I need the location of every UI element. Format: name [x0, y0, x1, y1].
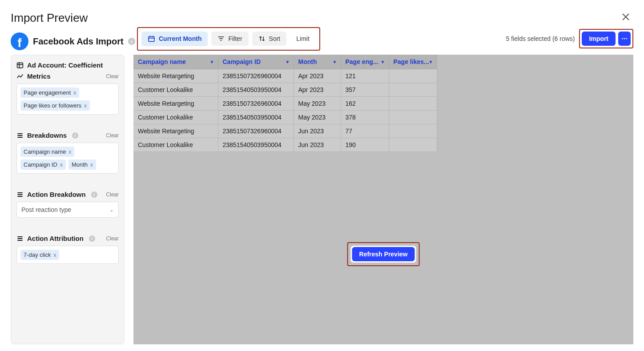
chip-remove-icon[interactable]: x — [68, 149, 71, 155]
table-cell: Website Retargeting — [133, 124, 218, 138]
refresh-highlight: Refresh Preview — [347, 242, 420, 266]
table-cell: 23851507326960004 — [218, 124, 294, 138]
filter-chip[interactable]: Campaign IDx — [20, 160, 66, 170]
chip-remove-icon[interactable]: x — [84, 103, 87, 109]
calendar-icon — [148, 35, 155, 43]
filter-chip[interactable]: Page likes or followersx — [20, 100, 90, 111]
chip-label: Page likes or followers — [24, 102, 81, 109]
svg-point-11 — [626, 38, 627, 40]
action-breakdown-select[interactable]: Post reaction type ⌄ — [16, 202, 119, 218]
chip-remove-icon[interactable]: x — [90, 162, 93, 168]
ellipsis-icon — [622, 38, 627, 40]
table-cell — [389, 83, 437, 97]
svg-point-9 — [622, 38, 623, 40]
table-cell: 23851540503950004 — [218, 83, 294, 97]
import-button[interactable]: Import — [582, 32, 616, 46]
table-row[interactable]: Website Retargeting23851507326960004Apr … — [133, 69, 437, 83]
table-cell: Jun 2023 — [294, 124, 341, 138]
chip-label: Month — [72, 161, 88, 168]
close-icon — [622, 13, 630, 21]
table-cell — [389, 97, 437, 111]
sort-button[interactable]: Sort — [252, 32, 287, 46]
column-menu-icon[interactable]: ▼ — [286, 60, 290, 64]
table-cell: Customer Lookalike — [133, 83, 218, 97]
chip-label: 7-day click — [24, 251, 51, 258]
action-attribution-label: Action Attribution — [27, 235, 84, 242]
metrics-label: Metrics — [27, 72, 51, 80]
table-cell: 23851507326960004 — [218, 97, 294, 111]
column-header[interactable]: Page eng...▼ — [341, 55, 389, 69]
column-menu-icon[interactable]: ▼ — [333, 60, 337, 64]
table-cell: Customer Lookalike — [133, 138, 218, 152]
table-row[interactable]: Customer Lookalike23851540503950004Jun 2… — [133, 138, 437, 152]
table-cell: 121 — [341, 69, 389, 83]
action-breakdown-label: Action Breakdown — [27, 191, 86, 198]
breakdowns-chipbox[interactable]: Campaign namexCampaign IDxMonthx — [16, 143, 119, 174]
chip-remove-icon[interactable]: x — [73, 90, 76, 96]
facebook-logo: f — [11, 32, 28, 50]
table-cell — [389, 124, 437, 138]
import-button-group: Import — [579, 29, 633, 48]
filter-chip[interactable]: Campaign namex — [20, 147, 74, 157]
breakdowns-clear[interactable]: Clear — [106, 132, 119, 139]
table-row[interactable]: Customer Lookalike23851540503950004May 2… — [133, 111, 437, 124]
import-more-button[interactable] — [618, 32, 631, 46]
breakdowns-icon — [16, 132, 24, 139]
chip-label: Page engagement — [24, 89, 71, 96]
preview-table: Campaign name▼Campaign ID▼Month▼Page eng… — [133, 55, 437, 152]
action-breakdown-clear[interactable]: Clear — [106, 191, 119, 198]
table-cell: May 2023 — [294, 97, 341, 111]
refresh-preview-button[interactable]: Refresh Preview — [352, 247, 415, 261]
table-cell: 190 — [341, 138, 389, 152]
info-icon[interactable]: i — [72, 132, 78, 139]
svg-point-10 — [624, 38, 625, 40]
column-header[interactable]: Campaign name▼ — [133, 55, 218, 69]
table-row[interactable]: Customer Lookalike23851540503950004Apr 2… — [133, 83, 437, 97]
metrics-chipbox[interactable]: Page engagementxPage likes or followersx — [16, 84, 119, 115]
column-header[interactable]: Month▼ — [294, 55, 341, 69]
filter-chip[interactable]: Page engagementx — [20, 88, 79, 98]
table-cell: Apr 2023 — [294, 69, 341, 83]
limit-button[interactable]: Limit — [290, 32, 316, 46]
action-attribution-icon — [16, 235, 24, 242]
date-range-button[interactable]: Current Month — [141, 32, 208, 46]
table-cell: Website Retargeting — [133, 97, 218, 111]
filter-button[interactable]: Filter — [211, 32, 248, 46]
table-cell: 378 — [341, 111, 389, 124]
column-menu-icon[interactable]: ▼ — [210, 60, 214, 64]
sort-icon — [258, 35, 266, 42]
metrics-icon — [16, 73, 24, 80]
config-sidebar: Ad Account: Coefficient Metrics Clear Pa… — [11, 55, 125, 344]
preview-table-area: Campaign name▼Campaign ID▼Month▼Page eng… — [133, 55, 633, 344]
column-menu-icon[interactable]: ▼ — [381, 60, 385, 64]
table-cell: 77 — [341, 124, 389, 138]
chip-remove-icon[interactable]: x — [60, 162, 63, 168]
table-row[interactable]: Website Retargeting23851507326960004Jun … — [133, 124, 437, 138]
table-cell: Website Retargeting — [133, 69, 218, 83]
breakdowns-label: Breakdowns — [27, 132, 67, 139]
action-attribution-chipbox[interactable]: 7-day clickx — [16, 246, 119, 264]
import-source-title: Facebook Ads Import — [33, 36, 124, 47]
chip-label: Campaign name — [24, 148, 66, 155]
filter-chip[interactable]: 7-day clickx — [20, 250, 59, 260]
table-cell: 23851540503950004 — [218, 138, 294, 152]
close-button[interactable] — [620, 10, 632, 25]
table-cell: 357 — [341, 83, 389, 97]
chip-remove-icon[interactable]: x — [53, 252, 56, 258]
column-header[interactable]: Page likes...▼ — [389, 55, 437, 69]
table-row[interactable]: Website Retargeting23851507326960004May … — [133, 97, 437, 111]
toolbar-filter-group: Current Month Filter Sort Limit — [137, 27, 320, 51]
table-cell: 162 — [341, 97, 389, 111]
ad-account-label: Ad Account: Coefficient — [16, 61, 119, 69]
info-icon[interactable]: i — [91, 191, 97, 198]
metrics-clear[interactable]: Clear — [106, 73, 119, 80]
table-cell — [389, 111, 437, 124]
column-header[interactable]: Campaign ID▼ — [218, 55, 294, 69]
filter-icon — [217, 35, 225, 42]
filter-chip[interactable]: Monthx — [68, 160, 96, 170]
info-icon[interactable]: i — [128, 38, 135, 45]
action-attribution-clear[interactable]: Clear — [106, 235, 119, 242]
table-cell: Customer Lookalike — [133, 111, 218, 124]
info-icon[interactable]: i — [89, 235, 95, 242]
column-menu-icon[interactable]: ▼ — [429, 60, 433, 64]
